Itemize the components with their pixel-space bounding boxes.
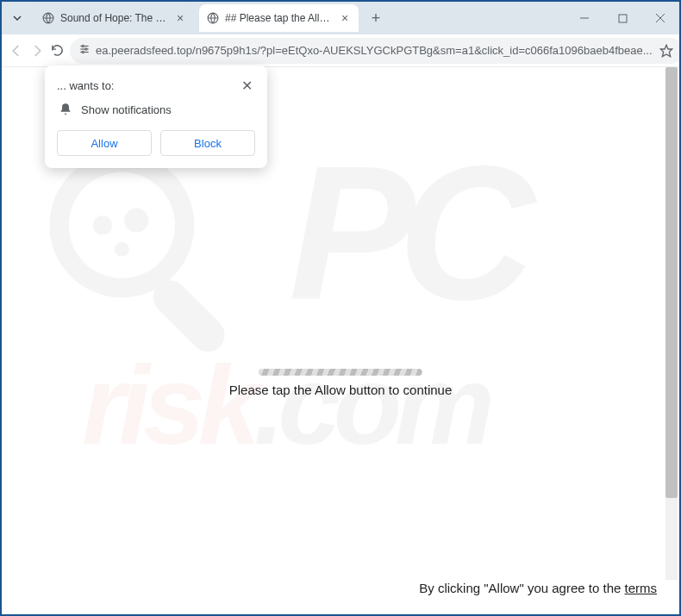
site-settings-icon[interactable]: [78, 43, 91, 58]
tab-title: Sound of Hope: The Story of Po: [60, 12, 168, 24]
watermark: PC risk.com: [30, 125, 651, 556]
permission-label: Show notifications: [81, 103, 172, 116]
block-button[interactable]: Block: [160, 130, 255, 156]
globe-icon: [206, 11, 220, 25]
dialog-origin: ... wants to:: [57, 79, 114, 92]
reload-button[interactable]: [50, 39, 65, 63]
tab-title: ## Please tap the Allow button: [225, 12, 333, 24]
window-controls: [565, 2, 679, 34]
svg-rect-3: [619, 15, 627, 22]
globe-icon: [41, 11, 55, 25]
footer-text: By clicking "Allow" you agree to the ter…: [419, 581, 657, 595]
close-icon[interactable]: ×: [173, 11, 187, 25]
svg-point-20: [124, 208, 148, 232]
scrollbar-thumb[interactable]: [665, 67, 678, 498]
minimize-button[interactable]: [565, 2, 603, 34]
svg-point-11: [82, 51, 84, 53]
tabs-dropdown[interactable]: [5, 6, 29, 30]
new-tab-button[interactable]: +: [364, 6, 388, 30]
svg-point-18: [69, 171, 175, 277]
svg-point-19: [93, 215, 112, 234]
svg-point-9: [82, 45, 84, 47]
toolbar: ea.peeradsfeed.top/n9675p9h1s/?pl=eEtQxo…: [2, 34, 679, 67]
svg-rect-22: [147, 273, 232, 358]
progress-area: Please tap the Allow button to continue: [229, 369, 453, 397]
back-button[interactable]: [9, 39, 24, 63]
scrollbar[interactable]: [665, 67, 678, 580]
allow-button[interactable]: Allow: [57, 130, 152, 156]
close-icon[interactable]: ✕: [238, 78, 255, 94]
maximize-button[interactable]: [603, 2, 641, 34]
close-button[interactable]: [641, 2, 679, 34]
svg-point-21: [115, 242, 129, 257]
svg-marker-12: [660, 45, 672, 56]
progress-bar: [259, 369, 422, 376]
notification-permission-dialog: ... wants to: ✕ Show notifications Allow…: [45, 65, 267, 168]
forward-button[interactable]: [29, 39, 45, 63]
tab-active[interactable]: ## Please tap the Allow button ×: [199, 4, 359, 32]
address-bar[interactable]: ea.peeradsfeed.top/n9675p9h1s/?pl=eEtQxo…: [70, 38, 681, 64]
terms-link[interactable]: terms: [625, 581, 658, 595]
svg-point-17: [49, 152, 194, 297]
titlebar: Sound of Hope: The Story of Po × ## Plea…: [2, 2, 679, 34]
url-text: ea.peeradsfeed.top/n9675p9h1s/?pl=eEtQxo…: [96, 44, 653, 57]
svg-point-10: [85, 48, 87, 50]
close-icon[interactable]: ×: [338, 11, 352, 25]
progress-text: Please tap the Allow button to continue: [229, 383, 453, 397]
bell-icon: [59, 103, 72, 116]
bookmark-star-icon[interactable]: [658, 42, 675, 59]
tab-inactive[interactable]: Sound of Hope: The Story of Po ×: [34, 4, 194, 32]
